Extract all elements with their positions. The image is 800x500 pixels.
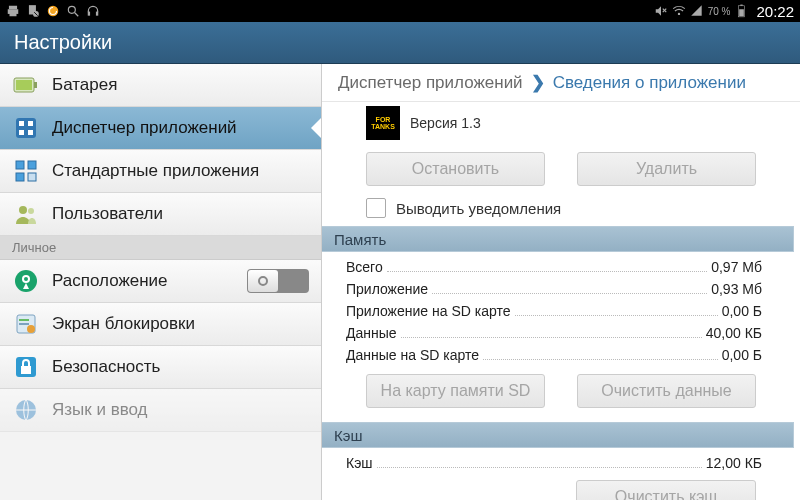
sidebar-item-label: Расположение	[52, 271, 168, 291]
svg-rect-9	[88, 12, 90, 16]
breadcrumb-parent[interactable]: Диспетчер приложений	[338, 73, 523, 93]
svg-rect-39	[21, 366, 31, 374]
battery-icon	[12, 71, 40, 99]
svg-rect-19	[16, 80, 32, 90]
svg-rect-27	[16, 173, 24, 181]
detail-panel: Диспетчер приложений ❯ Сведения о прилож…	[322, 64, 800, 500]
notifications-checkbox-row[interactable]: Выводить уведомления	[338, 194, 784, 226]
refresh-icon	[46, 4, 60, 18]
lockscreen-icon	[12, 310, 40, 338]
svg-point-7	[68, 6, 75, 13]
lock-icon	[12, 353, 40, 381]
memory-row: Данные40,00 КБ	[338, 322, 784, 344]
location-toggle[interactable]	[247, 269, 309, 293]
search-icon	[66, 4, 80, 18]
svg-rect-21	[19, 121, 24, 126]
sidebar-item-label: Батарея	[52, 75, 117, 95]
checkbox-icon[interactable]	[366, 198, 386, 218]
print-icon	[6, 4, 20, 18]
svg-rect-24	[28, 130, 33, 135]
sidebar-item-lockscreen[interactable]: Экран блокировки	[0, 303, 321, 346]
sidebar-item-app-manager[interactable]: Диспетчер приложений	[0, 107, 321, 150]
cache-section: Кэш12,00 КБ Очистить кэш	[322, 448, 800, 500]
svg-rect-2	[10, 12, 17, 16]
sidebar-item-default-apps[interactable]: Стандартные приложения	[0, 150, 321, 193]
breadcrumb-current: Сведения о приложении	[553, 73, 746, 93]
memory-row: Приложение0,93 Мб	[338, 278, 784, 300]
sidebar-item-label: Экран блокировки	[52, 314, 195, 334]
clear-cache-button[interactable]: Очистить кэш	[576, 480, 756, 500]
svg-rect-18	[34, 82, 37, 88]
location-icon	[12, 267, 40, 295]
svg-rect-36	[19, 323, 29, 325]
svg-rect-16	[739, 9, 744, 16]
sidebar-item-users[interactable]: Пользователи	[0, 193, 321, 236]
move-to-sd-button[interactable]: На карту памяти SD	[366, 374, 545, 408]
svg-rect-10	[96, 12, 98, 16]
sidebar-item-location[interactable]: Расположение	[0, 260, 321, 303]
svg-point-30	[28, 208, 34, 214]
svg-line-8	[75, 13, 79, 17]
memory-row: Приложение на SD карте0,00 Б	[338, 300, 784, 322]
cache-section-header: Кэш	[322, 422, 794, 448]
app-icon: FOR TANKS	[366, 106, 400, 140]
svg-point-37	[27, 325, 35, 333]
sidebar-item-language[interactable]: Язык и ввод	[0, 389, 321, 432]
svg-rect-15	[740, 5, 742, 6]
app-header: FOR TANKS Версия 1.3	[338, 106, 784, 146]
wifi-icon	[672, 4, 686, 18]
cache-row: Кэш12,00 КБ	[338, 452, 784, 474]
status-bar: 70 % 20:22	[0, 0, 800, 22]
app-version: Версия 1.3	[410, 115, 481, 131]
sidebar-item-security[interactable]: Безопасность	[0, 346, 321, 389]
headphones-icon	[86, 4, 100, 18]
memory-row: Всего0,97 Мб	[338, 256, 784, 278]
svg-rect-26	[28, 161, 36, 169]
mute-icon	[654, 4, 668, 18]
page-title: Настройки	[0, 22, 800, 64]
svg-point-33	[24, 277, 28, 281]
language-icon	[12, 396, 40, 424]
sidebar-section-personal: Личное	[0, 236, 321, 260]
svg-point-29	[19, 206, 27, 214]
breadcrumb: Диспетчер приложений ❯ Сведения о прилож…	[322, 64, 800, 102]
sidebar-item-label: Диспетчер приложений	[52, 118, 237, 138]
svg-rect-23	[19, 130, 24, 135]
svg-rect-0	[9, 6, 17, 10]
sidebar-item-label: Стандартные приложения	[52, 161, 259, 181]
signal-icon	[690, 4, 704, 18]
memory-section: Всего0,97 Мб Приложение0,93 Мб Приложени…	[322, 252, 800, 416]
sidebar-item-battery[interactable]: Батарея	[0, 64, 321, 107]
sidebar-item-label: Безопасность	[52, 357, 160, 377]
delete-button[interactable]: Удалить	[577, 152, 756, 186]
battery-percent: 70 %	[708, 6, 731, 17]
sidebar-item-label: Пользователи	[52, 204, 163, 224]
memory-section-header: Память	[322, 226, 794, 252]
svg-rect-28	[28, 173, 36, 181]
battery-icon	[734, 4, 748, 18]
sidebar-item-label: Язык и ввод	[52, 400, 148, 420]
svg-rect-25	[16, 161, 24, 169]
chevron-right-icon: ❯	[531, 72, 545, 93]
stop-button[interactable]: Остановить	[366, 152, 545, 186]
svg-rect-22	[28, 121, 33, 126]
apps-default-icon	[12, 157, 40, 185]
svg-rect-35	[19, 319, 29, 321]
users-icon	[12, 200, 40, 228]
notifications-label: Выводить уведомления	[396, 200, 561, 217]
grid-icon	[12, 114, 40, 142]
svg-point-13	[677, 13, 679, 15]
settings-sidebar: Батарея Диспетчер приложений Стандартные…	[0, 64, 322, 500]
clock: 20:22	[756, 3, 794, 20]
clear-data-button[interactable]: Очистить данные	[577, 374, 756, 408]
doc-cancel-icon	[26, 4, 40, 18]
memory-row: Данные на SD карте0,00 Б	[338, 344, 784, 366]
